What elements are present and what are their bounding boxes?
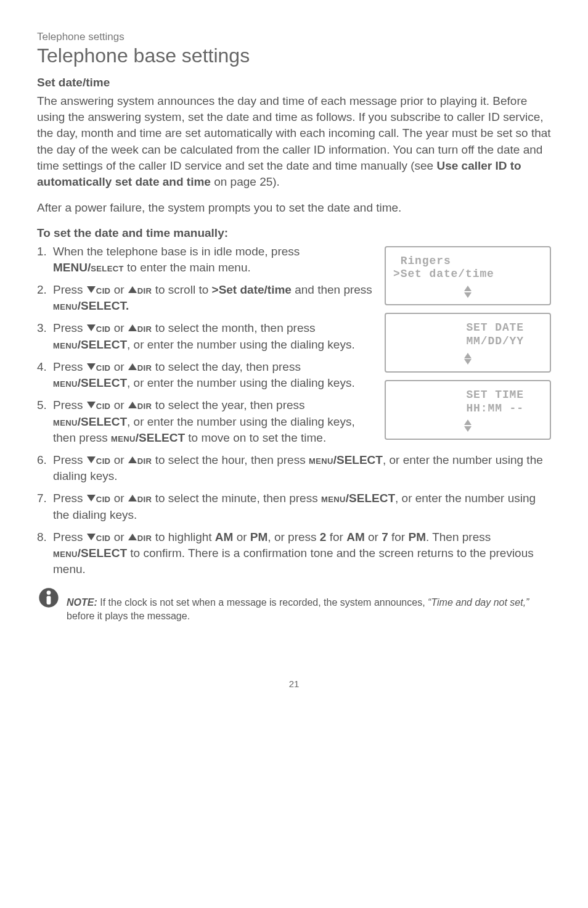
- step-text: ,: [127, 376, 134, 389]
- arrow-up-icon: [128, 456, 137, 463]
- step-text: to select the year, then press: [152, 398, 304, 411]
- cid-label: cid: [96, 283, 111, 296]
- step-text: ,: [127, 415, 134, 428]
- step-number: 7.: [37, 490, 53, 522]
- step-text: to select the month, then press: [152, 321, 315, 334]
- menu-sc: menu: [53, 547, 78, 559]
- select-label: /SELECT.: [78, 299, 129, 312]
- step-text: or: [110, 530, 127, 543]
- arrow-down-icon: [87, 286, 96, 293]
- svg-rect-2: [47, 596, 51, 605]
- lcd-area: Ringers >Set date/time SET DATE MM/DD/YY…: [385, 246, 551, 447]
- pm-label: PM: [408, 530, 426, 543]
- step-4: 4. Press cid or dir to select the day, t…: [37, 359, 372, 391]
- lcd-screen-2: SET DATE MM/DD/YY: [385, 313, 551, 373]
- section-heading: Set date/time: [37, 76, 551, 89]
- step-number: 3.: [37, 320, 53, 352]
- step-text: Press: [53, 492, 86, 505]
- note-body-2: before it plays the message.: [67, 611, 190, 621]
- step-number: 4.: [37, 359, 53, 391]
- dir-label: dir: [137, 398, 152, 411]
- lcd1-line1: Ringers: [393, 255, 542, 268]
- lcd-down-icon: [464, 292, 472, 298]
- lcd3-arrows: [393, 415, 542, 432]
- step-text: or: [110, 360, 127, 373]
- step-text: or: [365, 530, 382, 543]
- step-text: Press: [53, 283, 86, 296]
- intro-paragraph: The answering system announces the day a…: [37, 93, 551, 190]
- lcd-up-icon: [464, 419, 472, 425]
- cid-label: cid: [96, 453, 111, 466]
- step-text: or enter the number using the dialing ke…: [134, 376, 355, 389]
- menu-sc: menu: [111, 431, 136, 444]
- step-text: to select the minute, then press: [152, 492, 321, 505]
- select-label: /SELECT: [78, 376, 127, 389]
- cid-label: cid: [96, 530, 111, 543]
- arrow-up-icon: [128, 324, 137, 331]
- step-number: 8.: [37, 529, 53, 578]
- dir-label: dir: [137, 530, 152, 543]
- key-7: 7: [382, 530, 388, 543]
- lcd2-arrows: [393, 349, 542, 366]
- menu-sc: menu: [53, 299, 78, 312]
- step-text: to select the hour, then press: [152, 453, 309, 466]
- menu-item: >Set date/time: [212, 283, 292, 296]
- am-label: AM: [215, 530, 234, 543]
- step-number: 6.: [37, 452, 53, 484]
- step-text: to move on to set the time.: [185, 431, 326, 444]
- lcd2-line2: MM/DD/YY: [393, 335, 542, 349]
- lcd1-arrows: [393, 281, 542, 299]
- cid-label: cid: [96, 321, 111, 334]
- step-text: or enter the number using the dialing ke…: [134, 338, 355, 351]
- lcd3-line2: HH:MM --: [393, 402, 542, 416]
- arrow-up-icon: [128, 402, 137, 408]
- step-text: or: [110, 492, 127, 505]
- step-text: or: [110, 321, 127, 334]
- arrow-up-icon: [128, 286, 137, 293]
- note-body-1: If the clock is not set when a message i…: [97, 597, 428, 608]
- lcd3-line1: SET TIME: [393, 389, 542, 402]
- step-text: or: [110, 283, 127, 296]
- step-text: ,: [127, 338, 134, 351]
- arrow-down-icon: [87, 324, 96, 331]
- step-1: 1. When the telephone base is in idle mo…: [37, 244, 372, 276]
- cid-label: cid: [96, 492, 111, 505]
- lcd-down-icon: [464, 359, 472, 365]
- intro-text-2: on page 25).: [211, 175, 280, 188]
- menu-sc: menu: [53, 415, 78, 428]
- step-text: to scroll to: [152, 283, 211, 296]
- step-2: 2. Press cid or dir to scroll to >Set da…: [37, 282, 372, 314]
- menu-label: MENU/: [53, 261, 91, 274]
- arrow-down-icon: [87, 534, 96, 540]
- step-text: and then press: [292, 283, 372, 296]
- svg-point-1: [47, 591, 51, 595]
- note-block: NOTE: If the clock is not set when a mes…: [37, 596, 551, 622]
- arrow-down-icon: [87, 402, 96, 408]
- after-power-paragraph: After a power failure, the system prompt…: [37, 200, 551, 216]
- lcd-up-icon: [464, 286, 472, 291]
- menu-sc: menu: [53, 338, 78, 351]
- step-text: . Then press: [426, 530, 491, 543]
- step-number: 2.: [37, 282, 53, 314]
- lcd1-line2: >Set date/time: [393, 268, 542, 281]
- info-icon: [38, 587, 59, 608]
- dir-label: dir: [137, 360, 152, 373]
- select-label: /SELECT: [78, 338, 127, 351]
- step-7: 7. Press cid or dir to select the minute…: [37, 490, 551, 522]
- dir-label: dir: [137, 321, 152, 334]
- arrow-up-icon: [128, 534, 137, 540]
- step-text: Press: [53, 530, 86, 543]
- page-title: Telephone base settings: [37, 44, 551, 67]
- step-text: for: [326, 530, 346, 543]
- menu-sc: menu: [53, 376, 78, 389]
- dir-label: dir: [137, 492, 152, 505]
- select-label: /SELECT: [333, 453, 383, 466]
- step-8: 8. Press cid or dir to highlight AM or P…: [37, 529, 551, 578]
- pm-label: PM: [250, 530, 268, 543]
- select-label: /SELECT: [78, 547, 127, 559]
- lcd-screen-1: Ringers >Set date/time: [385, 246, 551, 306]
- step-number: 5.: [37, 397, 53, 446]
- lcd-down-icon: [464, 426, 472, 432]
- select-label: /SELECT: [78, 415, 127, 428]
- step-text: Press: [53, 321, 86, 334]
